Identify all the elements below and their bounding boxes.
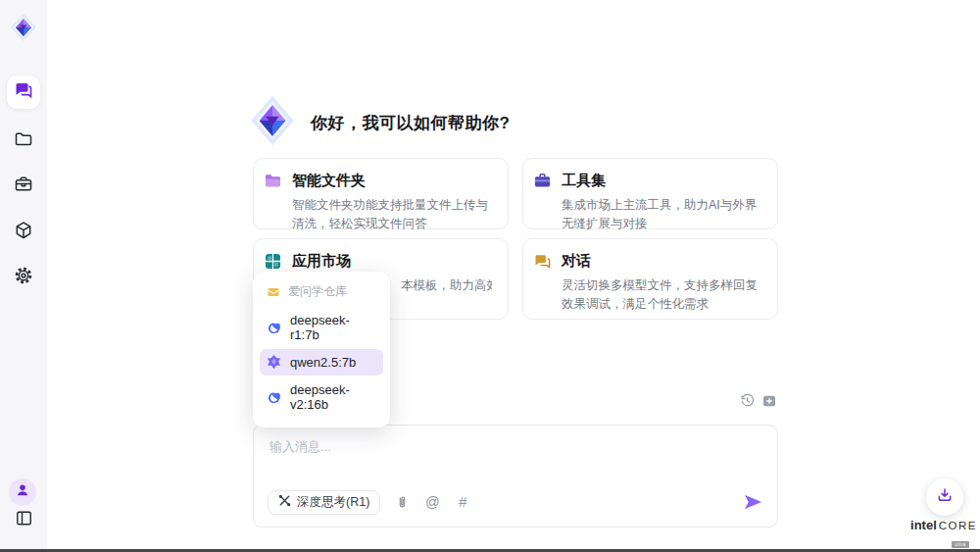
panel-toggle-icon [15,509,33,531]
smart-folder-icon [264,172,282,190]
toolset-icon [533,172,552,190]
card-title: 应用市场 [292,252,351,271]
download-button[interactable] [926,478,963,516]
message-input[interactable]: 输入消息... [270,438,331,456]
card-title: 对话 [562,252,591,271]
sidebar [0,0,47,552]
sidebar-item-panel-toggle[interactable] [13,509,34,530]
deepseek-icon [266,320,282,336]
conversation-icon [533,252,552,271]
card-title: 工具集 [562,172,606,190]
model-option-deepseek-v2[interactable]: deepseek-v2:16b [260,377,383,417]
card-description-fragment: 本模板，助力高效生成多 [401,276,492,295]
deep-think-icon [278,494,291,510]
sidebar-item-toolbox[interactable] [13,176,34,197]
model-option-qwen[interactable]: qwen2.5:7b [260,349,383,376]
card-title: 智能文件夹 [292,172,366,190]
download-icon [936,486,954,508]
app-logo-icon [9,13,38,42]
model-dropdown: 爱问学仓库 deepseek-r1:7b qwen2.5:7b [253,272,390,427]
model-option-label: deepseek-v2:16b [290,382,377,412]
mention-button[interactable]: @ [423,493,441,511]
model-option-deepseek-r1[interactable]: deepseek-r1:7b [260,308,383,347]
greeting-header: 你好，我可以如何帮助你? [248,94,510,151]
send-button[interactable] [742,491,763,513]
intel-core-logo: intel core ultra [911,518,976,550]
folder-icon [14,129,33,153]
sidebar-item-settings[interactable] [13,267,34,288]
attachment-button[interactable] [393,493,411,511]
user-avatar-icon [15,482,30,502]
model-option-label: deepseek-r1:7b [290,313,377,342]
greeting-text: 你好，我可以如何帮助你? [311,112,510,134]
cube-icon [14,221,33,244]
briefcase-icon [14,175,33,198]
card-smart-folder[interactable]: 智能文件夹 智能文件夹功能支持批量文件上传与清洗，轻松实现文件问答 [253,158,509,229]
sidebar-item-models[interactable] [13,222,34,243]
qwen-icon [266,354,282,371]
history-button[interactable] [737,392,757,412]
composer-toolbar: 深度思考(R1) @ # [268,489,763,515]
intel-badge: ultra [952,541,968,548]
model-option-label: qwen2.5:7b [290,355,356,370]
deepseek-icon [266,389,282,406]
card-description: 智能文件夹功能支持批量文件上传与清洗，轻松实现文件问答 [292,196,492,234]
app-logo-large-icon [248,94,297,151]
topic-button[interactable]: # [454,493,471,511]
deep-think-button[interactable]: 深度思考(R1) [268,490,380,515]
card-conversation[interactable]: 对话 灵活切换多模型文件，支持多样回复效果调试，满足个性化需求 [522,238,778,320]
sidebar-item-chat[interactable] [7,75,40,109]
card-toolset[interactable]: 工具集 集成市场上主流工具，助力AI与外界无缝扩展与对接 [522,158,778,229]
model-repo-icon [265,283,281,300]
model-dropdown-header: 爱问学仓库 [253,279,390,306]
app-market-icon [264,252,282,271]
card-description: 集成市场上主流工具，助力AI与外界无缝扩展与对接 [562,196,761,234]
sidebar-item-profile[interactable] [9,478,36,506]
message-composer[interactable]: 输入消息... 深度思考(R1) @ # [253,425,778,527]
chat-icon [14,80,33,104]
history-icon [739,392,756,413]
app-window: 你好，我可以如何帮助你? 智能文件夹 智能文件夹功能支持批量文件上传与清洗，轻松… [0,0,980,552]
gear-icon [14,266,33,289]
sidebar-item-folders[interactable] [13,130,34,152]
new-chat-icon [761,393,777,413]
card-description: 灵活切换多模型文件，支持多样回复效果调试，满足个性化需求 [562,276,761,315]
new-chat-button[interactable] [760,393,779,413]
